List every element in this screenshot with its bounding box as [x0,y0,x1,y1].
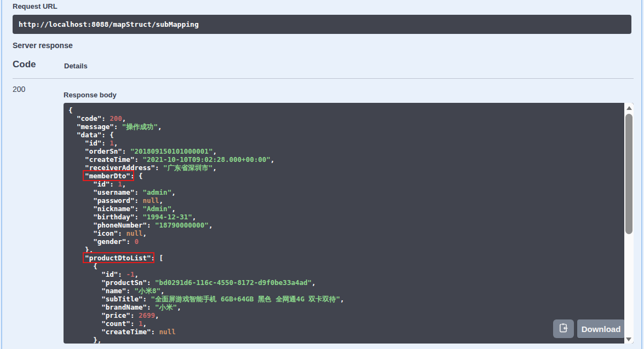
copy-to-clipboard-icon [559,323,568,335]
scrollbar-thumb[interactable] [625,114,633,234]
request-url-value: http://localhost:8088/mapStruct/subMappi… [13,15,631,34]
column-header-details: Details [64,62,88,70]
scrollbar-up-arrow-icon[interactable] [626,106,632,110]
response-body-code: { "code": 200, "message": "操作成功", "data"… [68,106,620,344]
server-response-title: Server response [13,41,73,50]
scrollbar[interactable] [624,103,634,344]
scrollbar-down-arrow-icon[interactable] [626,338,631,341]
response-body-label: Response body [64,91,117,99]
panel-right-border [641,0,642,349]
column-header-code: Code [13,59,36,70]
response-body-block: { "code": 200, "message": "操作成功", "data"… [64,103,634,344]
table-header-divider [13,78,634,79]
copy-to-clipboard-button[interactable] [553,319,574,338]
panel-left-border [1,0,2,349]
download-button[interactable]: Download [577,319,625,338]
status-code: 200 [13,85,25,94]
request-url-label: Request URL [13,2,58,10]
